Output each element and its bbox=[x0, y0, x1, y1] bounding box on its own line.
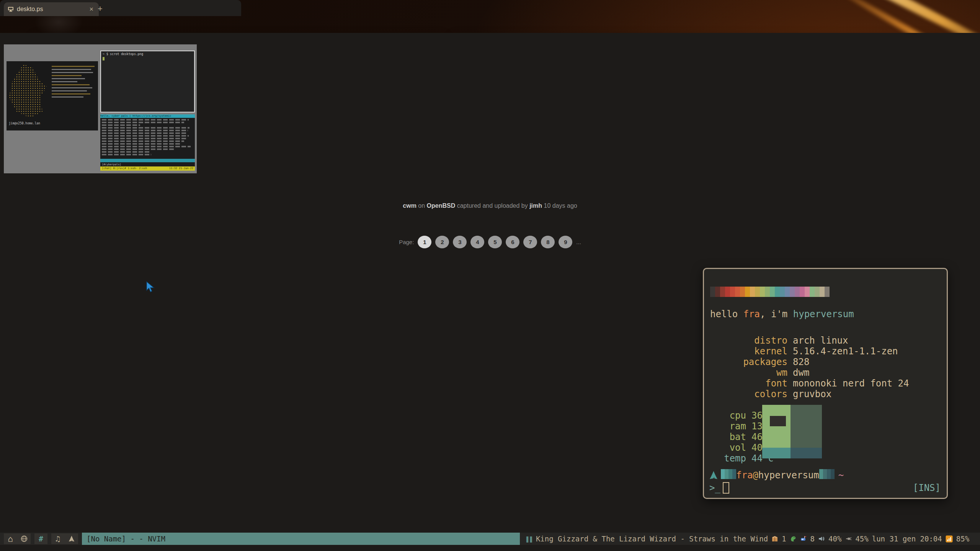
palette-swatch bbox=[755, 287, 760, 297]
palette-swatch bbox=[710, 287, 715, 297]
palette-swatch bbox=[745, 287, 750, 297]
shell-prompt: fra@hyperversum ~ bbox=[709, 470, 844, 481]
tag-group-3: ♫ bbox=[51, 533, 78, 544]
focused-window-title[interactable]: [No Name] - - NVIM bbox=[82, 533, 520, 545]
dwm-statusbar: ⌂ # ♫ [No Name] - - NVIM ❚❚ King Gizzard… bbox=[0, 533, 980, 545]
palette-swatch bbox=[785, 287, 790, 297]
status-clock: lun 31 gen 20:04 bbox=[872, 535, 942, 543]
mailbox-icon bbox=[800, 535, 807, 542]
signal-icon bbox=[946, 535, 953, 543]
palette-swatch bbox=[810, 287, 815, 297]
tab-favicon bbox=[8, 7, 14, 12]
palette-swatch bbox=[825, 287, 830, 297]
screenshot-caption: cwm on OpenBSD captured and uploaded by … bbox=[0, 202, 241, 209]
shot-irc-lines bbox=[100, 118, 195, 158]
tag-home-icon[interactable]: ⌂ bbox=[6, 534, 15, 544]
fetch-info-row: kernel5.16.4-zen1-1.1-zen bbox=[704, 346, 898, 357]
palette-swatch bbox=[775, 287, 780, 297]
tag-music-icon[interactable]: ♫ bbox=[54, 534, 62, 544]
shot-irc-bar bbox=[100, 159, 195, 162]
shot-irc-window: hello, cyber pals | https://jcs.org/syst… bbox=[100, 114, 195, 171]
fetch-info-row: packages828 bbox=[704, 357, 809, 367]
palette-swatch bbox=[815, 287, 820, 297]
palette-swatch bbox=[805, 287, 810, 297]
tab-title: deskto.ps bbox=[17, 6, 88, 13]
fetch-stat-row: cpu36% bbox=[704, 410, 768, 421]
fetch-stat-row: vol40% bbox=[704, 442, 768, 453]
tag-group-1: ⌂ bbox=[4, 533, 31, 544]
net-percent: 85% bbox=[956, 535, 969, 543]
fetch-info-row: wmdwm bbox=[704, 367, 809, 378]
shot-host-text: jim@x250.home.lan bbox=[9, 122, 40, 125]
palette-swatch bbox=[780, 287, 785, 297]
tag-arch-icon[interactable] bbox=[67, 534, 76, 544]
mail-count: 8 bbox=[810, 535, 815, 543]
shot-cursor bbox=[103, 57, 105, 60]
terminal-cursor bbox=[723, 482, 729, 494]
fetch-block-graphic bbox=[762, 405, 822, 458]
shot-ascii-art bbox=[9, 64, 47, 118]
palette-swatch bbox=[715, 287, 720, 297]
screenshot-thumbnail[interactable]: jim@x250.home.lan ~ $ scrot desktops.png… bbox=[4, 44, 197, 173]
palette-swatch bbox=[725, 287, 730, 297]
browser-viewport: jim@x250.home.lan ~ $ scrot desktops.png… bbox=[0, 33, 241, 229]
pause-icon: ❚❚ bbox=[525, 535, 532, 543]
palette-swatch bbox=[800, 287, 805, 297]
fetch-info-row: colorsgruvbox bbox=[704, 389, 831, 399]
mouse-cursor bbox=[146, 281, 156, 293]
palette-swatch bbox=[770, 287, 775, 297]
tag-group-2: # bbox=[34, 533, 47, 544]
shot-right-terminal: ~ $ scrot desktops.png bbox=[100, 51, 195, 112]
fetch-stat-row: ram13% bbox=[704, 421, 768, 432]
shot-left-terminal: jim@x250.home.lan bbox=[7, 61, 98, 130]
shot-irc-statusbar: [chat] 0:|rss|# 1:ssh- 2:ssh 11:32 21-Ja… bbox=[100, 166, 195, 171]
fetch-stat-row: bat46% bbox=[704, 432, 768, 442]
status-modules: ❚❚ King Gizzard & The Lizard Wizard - St… bbox=[520, 533, 980, 545]
volume-icon bbox=[818, 535, 825, 542]
shell-input-line[interactable]: >_ bbox=[709, 483, 729, 493]
shot-irc-topic: hello, cyber pals | https://jcs.org/syst… bbox=[100, 114, 195, 118]
shot-fetch-lines bbox=[52, 66, 95, 99]
shot-irc-channel: [#cyberpals] bbox=[102, 163, 121, 166]
color-palette-strip bbox=[710, 287, 830, 297]
palette-swatch bbox=[750, 287, 755, 297]
battery-percent: 45% bbox=[855, 535, 868, 543]
plug-icon bbox=[845, 535, 852, 542]
tab-desktops[interactable]: deskto.ps × bbox=[4, 2, 99, 16]
palette-swatch bbox=[820, 287, 825, 297]
palette-swatch bbox=[720, 287, 725, 297]
status-now-playing: King Gizzard & The Lizard Wizard - Straw… bbox=[536, 535, 768, 543]
palette-swatch bbox=[760, 287, 765, 297]
new-tab-button[interactable]: + bbox=[98, 4, 103, 14]
fetch-greeting: hello fra, i'm hyperversum bbox=[710, 309, 854, 320]
tag-web-icon[interactable] bbox=[20, 534, 28, 544]
palette-swatch bbox=[765, 287, 770, 297]
volume-percent: 40% bbox=[828, 535, 841, 543]
package-icon bbox=[771, 535, 778, 542]
shot-scrot-command: ~ $ scrot desktops.png bbox=[101, 51, 194, 57]
tab-close-icon[interactable]: × bbox=[88, 5, 95, 13]
dragon-icon bbox=[790, 535, 797, 542]
updates-count: 1 bbox=[782, 535, 786, 543]
fetch-info-row: distroarch linux bbox=[704, 335, 848, 346]
palette-swatch bbox=[790, 287, 795, 297]
arch-logo-icon bbox=[709, 471, 718, 480]
fetch-info-row: fontmononoki nerd font 24 bbox=[704, 378, 909, 389]
palette-swatch bbox=[795, 287, 800, 297]
tag-code-selected[interactable]: # bbox=[37, 534, 45, 544]
palette-swatch bbox=[740, 287, 745, 297]
vi-mode-indicator: [INS] bbox=[913, 483, 941, 493]
palette-swatch bbox=[730, 287, 735, 297]
browser-window[interactable]: deskto.ps × + ← → ↻ https://deskto.ps/ ☆… bbox=[0, 0, 241, 229]
terminal-fetch[interactable]: hello fra, i'm hyperversum distroarch li… bbox=[703, 268, 948, 499]
palette-swatch bbox=[735, 287, 740, 297]
tab-strip: deskto.ps × + bbox=[0, 0, 241, 16]
